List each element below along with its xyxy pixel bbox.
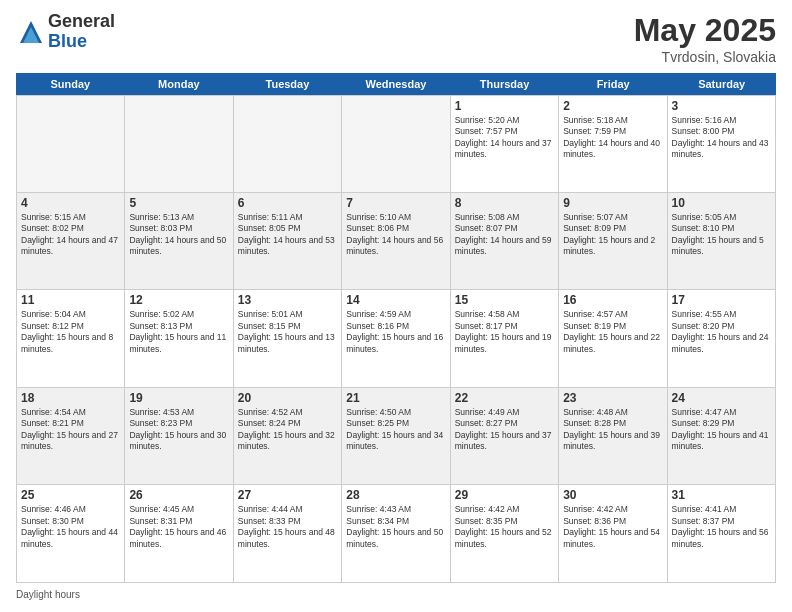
cal-day-22: 22Sunrise: 4:49 AMSunset: 8:27 PMDayligh… (451, 388, 559, 486)
day-info: Sunrise: 5:18 AMSunset: 7:59 PMDaylight:… (563, 115, 662, 161)
day-number: 25 (21, 488, 120, 502)
cal-header-day-sunday: Sunday (16, 73, 125, 95)
day-number: 14 (346, 293, 445, 307)
day-number: 20 (238, 391, 337, 405)
day-info: Sunrise: 4:42 AMSunset: 8:36 PMDaylight:… (563, 504, 662, 550)
day-number: 1 (455, 99, 554, 113)
day-info: Sunrise: 5:05 AMSunset: 8:10 PMDaylight:… (672, 212, 771, 258)
day-number: 24 (672, 391, 771, 405)
day-info: Sunrise: 4:52 AMSunset: 8:24 PMDaylight:… (238, 407, 337, 453)
day-info: Sunrise: 4:43 AMSunset: 8:34 PMDaylight:… (346, 504, 445, 550)
cal-day-31: 31Sunrise: 4:41 AMSunset: 8:37 PMDayligh… (668, 485, 776, 583)
cal-day-20: 20Sunrise: 4:52 AMSunset: 8:24 PMDayligh… (234, 388, 342, 486)
day-number: 5 (129, 196, 228, 210)
cal-week-5: 25Sunrise: 4:46 AMSunset: 8:30 PMDayligh… (16, 485, 776, 583)
cal-header-day-tuesday: Tuesday (233, 73, 342, 95)
cal-day-11: 11Sunrise: 5:04 AMSunset: 8:12 PMDayligh… (17, 290, 125, 388)
cal-day-8: 8Sunrise: 5:08 AMSunset: 8:07 PMDaylight… (451, 193, 559, 291)
day-number: 16 (563, 293, 662, 307)
cal-day-26: 26Sunrise: 4:45 AMSunset: 8:31 PMDayligh… (125, 485, 233, 583)
footer-note: Daylight hours (16, 587, 776, 600)
day-info: Sunrise: 4:48 AMSunset: 8:28 PMDaylight:… (563, 407, 662, 453)
day-number: 21 (346, 391, 445, 405)
day-info: Sunrise: 5:16 AMSunset: 8:00 PMDaylight:… (672, 115, 771, 161)
day-info: Sunrise: 5:04 AMSunset: 8:12 PMDaylight:… (21, 309, 120, 355)
day-number: 11 (21, 293, 120, 307)
day-info: Sunrise: 5:10 AMSunset: 8:06 PMDaylight:… (346, 212, 445, 258)
cal-day-23: 23Sunrise: 4:48 AMSunset: 8:28 PMDayligh… (559, 388, 667, 486)
cal-day-6: 6Sunrise: 5:11 AMSunset: 8:05 PMDaylight… (234, 193, 342, 291)
day-info: Sunrise: 4:42 AMSunset: 8:35 PMDaylight:… (455, 504, 554, 550)
day-number: 10 (672, 196, 771, 210)
day-number: 31 (672, 488, 771, 502)
day-number: 26 (129, 488, 228, 502)
cal-day-25: 25Sunrise: 4:46 AMSunset: 8:30 PMDayligh… (17, 485, 125, 583)
page: General Blue May 2025 Tvrdosin, Slovakia… (0, 0, 792, 612)
day-number: 18 (21, 391, 120, 405)
day-info: Sunrise: 5:11 AMSunset: 8:05 PMDaylight:… (238, 212, 337, 258)
logo-general: General (48, 12, 115, 32)
day-info: Sunrise: 4:54 AMSunset: 8:21 PMDaylight:… (21, 407, 120, 453)
header: General Blue May 2025 Tvrdosin, Slovakia (16, 12, 776, 65)
cal-day-29: 29Sunrise: 4:42 AMSunset: 8:35 PMDayligh… (451, 485, 559, 583)
cal-day-18: 18Sunrise: 4:54 AMSunset: 8:21 PMDayligh… (17, 388, 125, 486)
day-info: Sunrise: 4:41 AMSunset: 8:37 PMDaylight:… (672, 504, 771, 550)
cal-day-27: 27Sunrise: 4:44 AMSunset: 8:33 PMDayligh… (234, 485, 342, 583)
cal-day-3: 3Sunrise: 5:16 AMSunset: 8:00 PMDaylight… (668, 95, 776, 193)
day-info: Sunrise: 4:45 AMSunset: 8:31 PMDaylight:… (129, 504, 228, 550)
cal-header-day-friday: Friday (559, 73, 668, 95)
day-number: 8 (455, 196, 554, 210)
day-number: 7 (346, 196, 445, 210)
cal-day-17: 17Sunrise: 4:55 AMSunset: 8:20 PMDayligh… (668, 290, 776, 388)
logo-icon (16, 17, 46, 47)
calendar-body: 1Sunrise: 5:20 AMSunset: 7:57 PMDaylight… (16, 95, 776, 583)
cal-week-4: 18Sunrise: 4:54 AMSunset: 8:21 PMDayligh… (16, 388, 776, 486)
cal-header-day-wednesday: Wednesday (342, 73, 451, 95)
day-info: Sunrise: 4:59 AMSunset: 8:16 PMDaylight:… (346, 309, 445, 355)
day-info: Sunrise: 4:44 AMSunset: 8:33 PMDaylight:… (238, 504, 337, 550)
day-info: Sunrise: 4:53 AMSunset: 8:23 PMDaylight:… (129, 407, 228, 453)
cal-day-9: 9Sunrise: 5:07 AMSunset: 8:09 PMDaylight… (559, 193, 667, 291)
day-info: Sunrise: 4:58 AMSunset: 8:17 PMDaylight:… (455, 309, 554, 355)
day-info: Sunrise: 5:08 AMSunset: 8:07 PMDaylight:… (455, 212, 554, 258)
day-number: 2 (563, 99, 662, 113)
cal-day-30: 30Sunrise: 4:42 AMSunset: 8:36 PMDayligh… (559, 485, 667, 583)
cal-day-19: 19Sunrise: 4:53 AMSunset: 8:23 PMDayligh… (125, 388, 233, 486)
cal-day-2: 2Sunrise: 5:18 AMSunset: 7:59 PMDaylight… (559, 95, 667, 193)
day-number: 22 (455, 391, 554, 405)
day-number: 29 (455, 488, 554, 502)
cal-day-1: 1Sunrise: 5:20 AMSunset: 7:57 PMDaylight… (451, 95, 559, 193)
cal-day-14: 14Sunrise: 4:59 AMSunset: 8:16 PMDayligh… (342, 290, 450, 388)
day-info: Sunrise: 4:46 AMSunset: 8:30 PMDaylight:… (21, 504, 120, 550)
day-info: Sunrise: 4:49 AMSunset: 8:27 PMDaylight:… (455, 407, 554, 453)
cal-day-7: 7Sunrise: 5:10 AMSunset: 8:06 PMDaylight… (342, 193, 450, 291)
cal-day-empty (234, 95, 342, 193)
title-block: May 2025 Tvrdosin, Slovakia (634, 12, 776, 65)
day-number: 4 (21, 196, 120, 210)
day-info: Sunrise: 4:55 AMSunset: 8:20 PMDaylight:… (672, 309, 771, 355)
cal-day-empty (125, 95, 233, 193)
calendar-header: SundayMondayTuesdayWednesdayThursdayFrid… (16, 73, 776, 95)
cal-week-1: 1Sunrise: 5:20 AMSunset: 7:57 PMDaylight… (16, 95, 776, 193)
day-number: 12 (129, 293, 228, 307)
cal-day-12: 12Sunrise: 5:02 AMSunset: 8:13 PMDayligh… (125, 290, 233, 388)
day-info: Sunrise: 5:20 AMSunset: 7:57 PMDaylight:… (455, 115, 554, 161)
cal-header-day-thursday: Thursday (450, 73, 559, 95)
cal-day-16: 16Sunrise: 4:57 AMSunset: 8:19 PMDayligh… (559, 290, 667, 388)
day-number: 23 (563, 391, 662, 405)
day-number: 28 (346, 488, 445, 502)
day-number: 30 (563, 488, 662, 502)
day-number: 19 (129, 391, 228, 405)
cal-day-4: 4Sunrise: 5:15 AMSunset: 8:02 PMDaylight… (17, 193, 125, 291)
day-number: 6 (238, 196, 337, 210)
cal-day-13: 13Sunrise: 5:01 AMSunset: 8:15 PMDayligh… (234, 290, 342, 388)
day-info: Sunrise: 5:02 AMSunset: 8:13 PMDaylight:… (129, 309, 228, 355)
day-number: 13 (238, 293, 337, 307)
logo-blue: Blue (48, 32, 115, 52)
day-number: 3 (672, 99, 771, 113)
day-info: Sunrise: 5:13 AMSunset: 8:03 PMDaylight:… (129, 212, 228, 258)
day-info: Sunrise: 4:57 AMSunset: 8:19 PMDaylight:… (563, 309, 662, 355)
cal-day-empty (17, 95, 125, 193)
day-info: Sunrise: 5:15 AMSunset: 8:02 PMDaylight:… (21, 212, 120, 258)
day-number: 17 (672, 293, 771, 307)
